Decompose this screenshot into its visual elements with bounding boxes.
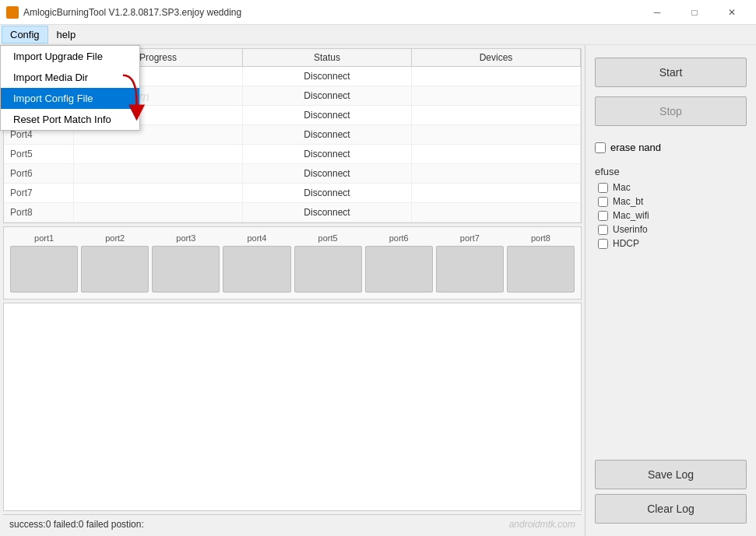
port-thumb-4 bbox=[223, 246, 290, 293]
menu-bar: Config help Import Upgrade File Import M… bbox=[0, 25, 756, 45]
save-log-button[interactable]: Save Log bbox=[595, 460, 747, 489]
efuse-mac-checkbox[interactable] bbox=[598, 183, 608, 193]
minimize-button[interactable]: ─ bbox=[639, 0, 675, 25]
port-label-thumb-8: port8 bbox=[507, 233, 575, 243]
status-2: Disconnect bbox=[243, 86, 412, 105]
efuse-mac: Mac bbox=[598, 182, 747, 193]
port-thumbs-row bbox=[10, 246, 575, 293]
devices-1 bbox=[412, 67, 581, 86]
port-thumbnails-section: port1 port2 port3 port4 port5 port6 port… bbox=[3, 226, 582, 300]
status-1: Disconnect bbox=[243, 67, 412, 86]
dropdown-import-upgrade[interactable]: Import Upgrade File bbox=[1, 46, 139, 67]
erase-nand-row: erase nand bbox=[595, 142, 747, 153]
devices-8 bbox=[412, 203, 581, 222]
progress-5 bbox=[74, 145, 243, 163]
table-row: Port5 Disconnect bbox=[4, 145, 581, 164]
efuse-userinfo: Userinfo bbox=[598, 224, 747, 235]
efuse-mac-wifi-label: Mac_wifi bbox=[613, 210, 649, 221]
app-title: AmlogicBurningTool V1.2.8.0817.SP3.enjoy… bbox=[23, 7, 241, 18]
progress-7 bbox=[74, 184, 243, 202]
status-6: Disconnect bbox=[243, 164, 412, 183]
col-devices: Devices bbox=[412, 49, 581, 66]
port-label-8: Port8 bbox=[4, 203, 74, 222]
port-thumb-3 bbox=[152, 246, 220, 293]
port-thumb-2 bbox=[81, 246, 149, 293]
status-8: Disconnect bbox=[243, 203, 412, 222]
port-label-thumb-6: port6 bbox=[365, 233, 433, 243]
progress-8 bbox=[74, 203, 243, 222]
title-bar-left: AmlogicBurningTool V1.2.8.0817.SP3.enjoy… bbox=[6, 6, 241, 19]
status-4: Disconnect bbox=[243, 125, 412, 144]
efuse-mac-label: Mac bbox=[613, 182, 631, 193]
log-area[interactable] bbox=[3, 303, 582, 511]
port-label-thumb-4: port4 bbox=[223, 233, 290, 243]
port-labels-row: port1 port2 port3 port4 port5 port6 port… bbox=[10, 233, 575, 243]
port-label-thumb-3: port3 bbox=[152, 233, 220, 243]
erase-nand-label: erase nand bbox=[610, 142, 661, 153]
port-label-5: Port5 bbox=[4, 145, 74, 163]
menu-help[interactable]: help bbox=[48, 26, 85, 44]
port-label-thumb-7: port7 bbox=[436, 233, 504, 243]
port-label-thumb-2: port2 bbox=[81, 233, 149, 243]
progress-6 bbox=[74, 164, 243, 183]
port-label-thumb-1: port1 bbox=[10, 233, 78, 243]
status-text: success:0 failed:0 failed postion: bbox=[9, 519, 144, 530]
stop-button[interactable]: Stop bbox=[595, 96, 747, 126]
port-thumb-8 bbox=[507, 246, 575, 293]
erase-nand-checkbox[interactable] bbox=[595, 142, 606, 153]
efuse-mac-wifi-checkbox[interactable] bbox=[598, 211, 608, 221]
port-label-7: Port7 bbox=[4, 184, 74, 202]
efuse-options: Mac Mac_bt Mac_wifi Userinfo HDCP bbox=[598, 182, 747, 249]
efuse-userinfo-checkbox[interactable] bbox=[598, 225, 608, 235]
efuse-hdcp-checkbox[interactable] bbox=[598, 239, 608, 249]
efuse-mac-bt: Mac_bt bbox=[598, 196, 747, 207]
right-panel: Start Stop erase nand efuse Mac Mac_bt M… bbox=[585, 45, 756, 536]
port-thumb-6 bbox=[365, 246, 433, 293]
maximize-button[interactable]: □ bbox=[677, 0, 712, 25]
app-icon bbox=[6, 6, 19, 19]
config-dropdown: Import Upgrade File Import Media Dir Imp… bbox=[0, 45, 140, 131]
menu-config[interactable]: Config bbox=[2, 26, 48, 44]
close-button[interactable]: ✕ bbox=[714, 0, 750, 25]
efuse-mac-bt-label: Mac_bt bbox=[613, 196, 643, 207]
efuse-hdcp: HDCP bbox=[598, 238, 747, 249]
efuse-userinfo-label: Userinfo bbox=[613, 224, 648, 235]
title-bar: AmlogicBurningTool V1.2.8.0817.SP3.enjoy… bbox=[0, 0, 756, 25]
status-5: Disconnect bbox=[243, 145, 412, 163]
start-button[interactable]: Start bbox=[595, 58, 747, 87]
port-label-thumb-5: port5 bbox=[294, 233, 362, 243]
efuse-mac-bt-checkbox[interactable] bbox=[598, 197, 608, 207]
table-row: Port6 Disconnect bbox=[4, 164, 581, 184]
watermark-bottom: androidmtk.com bbox=[509, 519, 575, 530]
devices-5 bbox=[412, 145, 581, 163]
port-thumb-5 bbox=[294, 246, 362, 293]
devices-2 bbox=[412, 86, 581, 105]
table-row: Port8 Disconnect bbox=[4, 203, 581, 222]
status-bar: success:0 failed:0 failed postion: andro… bbox=[3, 514, 582, 533]
dropdown-reset-port[interactable]: Reset Port Match Info bbox=[1, 109, 139, 130]
dropdown-import-media[interactable]: Import Media Dir bbox=[1, 67, 139, 88]
efuse-label: efuse bbox=[595, 166, 747, 177]
status-7: Disconnect bbox=[243, 184, 412, 202]
devices-4 bbox=[412, 125, 581, 144]
table-row: Port7 Disconnect bbox=[4, 184, 581, 203]
port-thumb-7 bbox=[436, 246, 504, 293]
port-label-6: Port6 bbox=[4, 164, 74, 183]
devices-6 bbox=[412, 164, 581, 183]
dropdown-import-config[interactable]: Import Config File bbox=[1, 88, 139, 109]
efuse-mac-wifi: Mac_wifi bbox=[598, 210, 747, 221]
efuse-hdcp-label: HDCP bbox=[613, 238, 639, 249]
clear-log-button[interactable]: Clear Log bbox=[595, 494, 747, 524]
port-thumb-1 bbox=[10, 246, 78, 293]
window-controls: ─ □ ✕ bbox=[639, 0, 750, 25]
bottom-buttons: Save Log Clear Log bbox=[595, 460, 747, 524]
efuse-section: efuse Mac Mac_bt Mac_wifi Userinfo bbox=[595, 166, 747, 249]
status-3: Disconnect bbox=[243, 106, 412, 124]
col-status: Status bbox=[243, 49, 412, 66]
devices-3 bbox=[412, 106, 581, 124]
devices-7 bbox=[412, 184, 581, 202]
